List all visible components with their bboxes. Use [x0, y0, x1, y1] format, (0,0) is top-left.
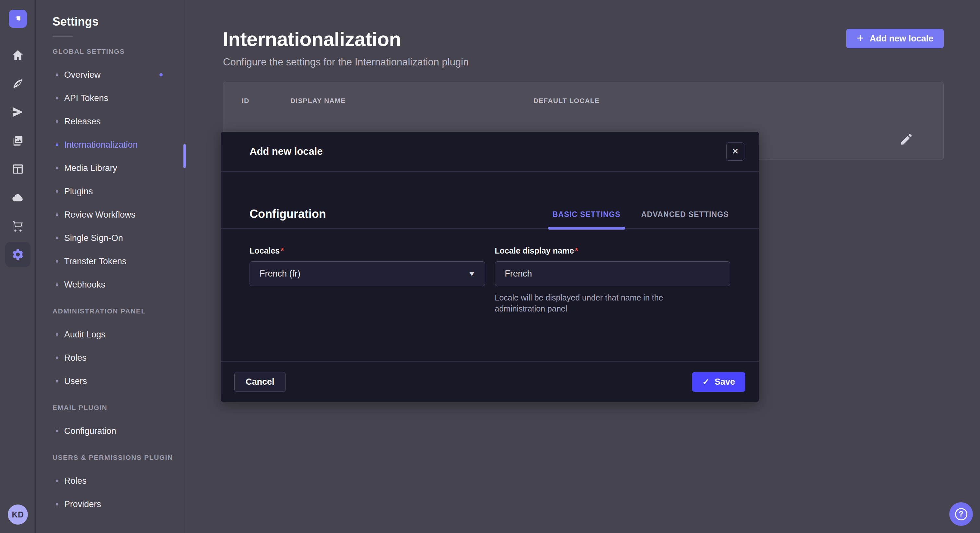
- notification-dot: [159, 73, 163, 76]
- bullet-icon: [56, 357, 58, 359]
- edit-locale-button[interactable]: [899, 132, 913, 148]
- main-nav-rail: KD: [0, 0, 36, 533]
- column-id: ID: [242, 97, 290, 105]
- column-display-name: DISPLAY NAME: [290, 97, 533, 105]
- required-asterisk: *: [575, 246, 578, 255]
- settings-sidebar: Settings GLOBAL SETTINGS Overview API To…: [36, 0, 186, 533]
- section-users-permissions-plugin: USERS & PERMISSIONS PLUGIN: [52, 454, 186, 462]
- locales-select-value: French (fr): [259, 269, 301, 279]
- add-locale-modal: Add new locale ✕ Configuration BASIC SET…: [221, 132, 759, 402]
- help-question-icon: ?: [955, 508, 967, 520]
- display-name-input[interactable]: [495, 261, 730, 286]
- settings-tabs: BASIC SETTINGS ADVANCED SETTINGS: [551, 210, 730, 228]
- sidebar-item-plugins[interactable]: Plugins: [36, 180, 186, 203]
- sidebar-item-webhooks[interactable]: Webhooks: [36, 273, 186, 296]
- bullet-icon: [56, 430, 58, 432]
- chevron-down-icon: ▼: [468, 270, 476, 278]
- layout-panel-icon[interactable]: [3, 155, 32, 183]
- locales-table-header: ID DISPLAY NAME DEFAULT LOCALE: [223, 82, 943, 119]
- page-subtitle: Configure the settings for the Internati…: [223, 56, 944, 68]
- cloud-icon[interactable]: [3, 183, 32, 212]
- content-feather-icon[interactable]: [3, 69, 32, 98]
- page-title: Internationalization: [223, 28, 944, 51]
- strapi-logo[interactable]: [9, 10, 27, 28]
- rail-icon-list: [3, 41, 32, 269]
- bullet-icon: [56, 479, 58, 482]
- settings-sidebar-title: Settings: [36, 15, 186, 29]
- sidebar-item-audit-logs[interactable]: Audit Logs: [36, 323, 186, 346]
- configuration-title: Configuration: [250, 207, 326, 228]
- modal-fields: Locales* French (fr) ▼ Locale display na…: [221, 228, 759, 314]
- modal-body: Configuration BASIC SETTINGS ADVANCED SE…: [221, 171, 759, 362]
- sidebar-item-admin-users[interactable]: Users: [36, 370, 186, 393]
- send-release-icon[interactable]: [3, 98, 32, 126]
- modal-title: Add new locale: [250, 146, 323, 157]
- display-name-hint: Locale will be displayed under that name…: [495, 292, 715, 314]
- bullet-icon: [56, 333, 58, 336]
- sidebar-item-media-library[interactable]: Media Library: [36, 156, 186, 180]
- sidebar-item-internationalization[interactable]: Internationalization: [36, 133, 186, 156]
- close-icon: ✕: [732, 146, 739, 156]
- active-item-indicator: [183, 144, 186, 168]
- home-icon[interactable]: [3, 41, 32, 69]
- strapi-logo-icon: [12, 13, 23, 24]
- sidebar-item-email-configuration[interactable]: Configuration: [36, 419, 186, 443]
- required-asterisk: *: [281, 246, 284, 255]
- add-new-locale-button[interactable]: + Add new locale: [846, 29, 944, 48]
- tab-advanced-settings[interactable]: ADVANCED SETTINGS: [640, 210, 730, 228]
- sidebar-item-up-providers[interactable]: Providers: [36, 493, 186, 516]
- locales-field: Locales* French (fr) ▼: [250, 246, 485, 314]
- display-name-field: Locale display name* Locale will be disp…: [495, 246, 730, 314]
- sidebar-item-single-sign-on[interactable]: Single Sign-On: [36, 226, 186, 250]
- cart-icon[interactable]: [3, 212, 32, 240]
- configuration-header: Configuration BASIC SETTINGS ADVANCED SE…: [221, 171, 759, 228]
- sidebar-item-overview[interactable]: Overview: [36, 63, 186, 86]
- bullet-icon: [56, 73, 58, 76]
- check-icon: ✓: [702, 377, 710, 387]
- bullet-icon: [56, 120, 58, 123]
- bullet-icon: [56, 503, 58, 506]
- bullet-icon: [56, 380, 58, 382]
- bullet-icon: [56, 283, 58, 286]
- settings-gear-icon[interactable]: [5, 242, 30, 267]
- bullet-icon: [56, 213, 58, 216]
- sidebar-item-review-workflows[interactable]: Review Workflows: [36, 203, 186, 226]
- locales-label: Locales*: [250, 246, 485, 255]
- page-header: Internationalization Configure the setti…: [186, 0, 980, 68]
- media-library-icon[interactable]: [3, 126, 32, 155]
- bullet-icon: [56, 97, 58, 99]
- section-global-settings: GLOBAL SETTINGS: [52, 48, 186, 56]
- modal-header: Add new locale ✕: [221, 132, 759, 171]
- pencil-icon: [899, 132, 913, 146]
- bullet-icon: [56, 190, 58, 193]
- sidebar-item-releases[interactable]: Releases: [36, 110, 186, 133]
- settings-title-divider: [52, 36, 73, 36]
- sidebar-item-up-roles[interactable]: Roles: [36, 469, 186, 493]
- help-button[interactable]: ?: [949, 502, 973, 526]
- bullet-icon: [56, 260, 58, 263]
- locales-select[interactable]: French (fr) ▼: [250, 261, 485, 286]
- section-email-plugin: EMAIL PLUGIN: [52, 404, 186, 412]
- cancel-button[interactable]: Cancel: [234, 372, 286, 392]
- tab-basic-settings[interactable]: BASIC SETTINGS: [551, 210, 622, 228]
- save-button[interactable]: ✓ Save: [692, 372, 745, 392]
- user-avatar[interactable]: KD: [8, 504, 28, 525]
- bullet-icon: [56, 143, 58, 146]
- sidebar-item-admin-roles[interactable]: Roles: [36, 346, 186, 370]
- modal-footer: Cancel ✓ Save: [221, 362, 759, 402]
- plus-icon: +: [856, 32, 864, 44]
- bullet-icon: [56, 167, 58, 169]
- close-modal-button[interactable]: ✕: [726, 143, 745, 160]
- display-name-label: Locale display name*: [495, 246, 730, 255]
- bullet-icon: [56, 237, 58, 239]
- sidebar-item-transfer-tokens[interactable]: Transfer Tokens: [36, 250, 186, 273]
- column-default-locale: DEFAULT LOCALE: [533, 97, 886, 105]
- section-administration-panel: ADMINISTRATION PANEL: [52, 307, 186, 315]
- sidebar-item-api-tokens[interactable]: API Tokens: [36, 86, 186, 110]
